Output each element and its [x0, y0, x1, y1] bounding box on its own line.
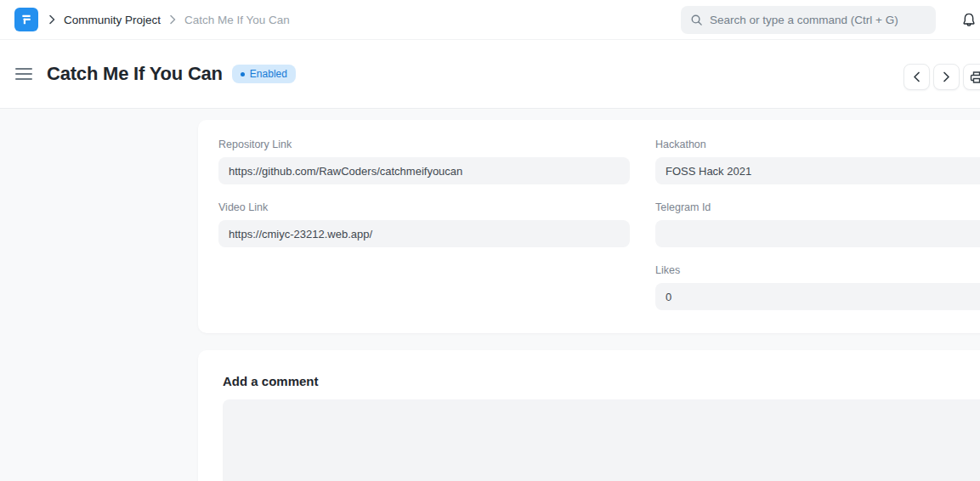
video-link-input[interactable] — [218, 220, 630, 247]
likes-input[interactable] — [655, 283, 980, 310]
breadcrumb-item-community-project[interactable]: Community Project — [64, 14, 161, 26]
field-label: Likes — [655, 264, 980, 276]
field-label: Hackathon — [655, 139, 980, 150]
chevron-right-icon — [48, 14, 55, 25]
repository-link-input[interactable] — [218, 157, 630, 184]
search-icon — [690, 14, 703, 26]
field-label: Telegram Id — [655, 201, 980, 213]
printer-icon — [970, 71, 980, 84]
prev-document-button[interactable] — [904, 64, 930, 90]
breadcrumb: Community Project Catch Me If You Can — [48, 14, 290, 26]
bell-icon — [961, 12, 977, 28]
form-section-card: Repository Link Video Link Hackathon Tel — [198, 120, 980, 333]
status-badge-label: Enabled — [250, 68, 287, 80]
frappe-logo-glyph — [20, 13, 33, 26]
breadcrumb-item-current[interactable]: Catch Me If You Can — [184, 14, 290, 26]
field-video-link: Video Link — [218, 201, 630, 247]
global-search[interactable] — [681, 6, 936, 34]
page-title: Catch Me If You Can — [47, 63, 223, 85]
comments-section-card: Add a comment — [198, 350, 980, 481]
field-label: Repository Link — [218, 139, 630, 150]
status-dot-icon — [241, 72, 245, 76]
form-column-left: Repository Link Video Link — [218, 139, 630, 314]
comments-heading: Add a comment — [223, 374, 980, 388]
field-repository-link: Repository Link — [218, 139, 630, 184]
chevron-left-icon — [913, 71, 921, 82]
field-telegram-id: Telegram Id — [655, 201, 980, 247]
hackathon-input[interactable] — [655, 157, 980, 184]
page-head-actions — [904, 64, 980, 90]
frappe-logo[interactable] — [14, 8, 38, 31]
page-head: Catch Me If You Can Enabled — [0, 40, 980, 109]
chevron-right-icon — [943, 71, 950, 82]
app-window: Community Project Catch Me If You Can — [0, 0, 980, 481]
menu-icon[interactable] — [15, 68, 32, 80]
telegram-id-input[interactable] — [655, 220, 980, 247]
search-input[interactable] — [710, 14, 926, 26]
status-badge: Enabled — [232, 65, 296, 83]
print-button[interactable] — [963, 64, 980, 90]
form-column-right: Hackathon Telegram Id Likes — [655, 139, 980, 314]
field-label: Video Link — [218, 201, 630, 213]
field-likes: Likes — [655, 264, 980, 310]
chevron-right-icon — [169, 14, 176, 25]
field-hackathon: Hackathon — [655, 139, 980, 184]
next-document-button[interactable] — [933, 64, 960, 90]
navbar: Community Project Catch Me If You Can — [0, 0, 980, 40]
notifications-button[interactable] — [961, 12, 980, 28]
comment-input[interactable] — [223, 399, 980, 481]
page-content: Repository Link Video Link Hackathon Tel — [0, 109, 980, 481]
document-area: Repository Link Video Link Hackathon Tel — [198, 120, 980, 481]
